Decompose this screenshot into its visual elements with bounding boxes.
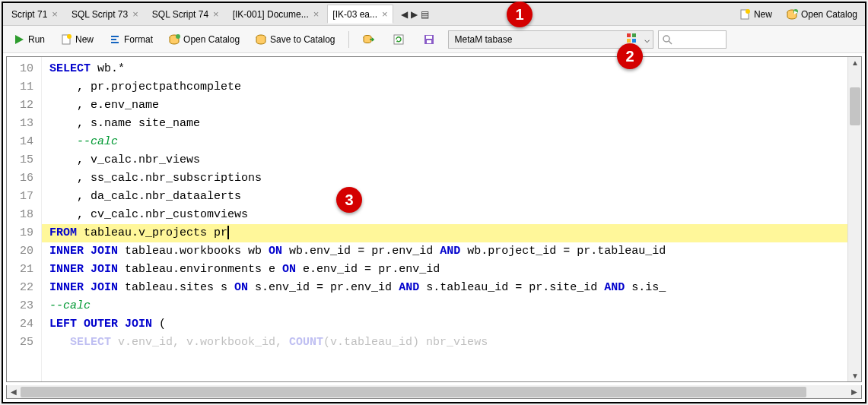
new-button[interactable]: New [55, 30, 99, 49]
open-catalog-button[interactable]: Open Catalog [163, 30, 245, 49]
code-line[interactable]: --calc [42, 297, 847, 315]
code-line[interactable]: , e.env_name [42, 97, 847, 115]
annotation-pin-1: 1 [507, 2, 533, 27]
code-line[interactable]: , pr.projectpathcomplete [42, 78, 847, 97]
code-line[interactable]: SELECT v.env_id, v.workbook_id, COUNT(v.… [42, 334, 847, 352]
label: Open Catalog [183, 34, 240, 45]
line-number: 17 [7, 188, 41, 206]
line-number: 18 [7, 206, 41, 224]
svg-point-12 [176, 34, 180, 39]
scroll-down-icon[interactable]: ▼ [851, 372, 859, 380]
label: Format [124, 34, 153, 45]
line-number: 21 [7, 261, 41, 279]
svg-line-25 [669, 41, 672, 44]
line-number: 20 [7, 242, 41, 261]
run-button[interactable]: Run [8, 30, 50, 49]
horizontal-scrollbar[interactable]: ◀ ▶ [6, 385, 862, 399]
catalog-open-icon [168, 33, 180, 46]
svg-rect-18 [426, 36, 432, 39]
svg-text:▶: ▶ [794, 10, 798, 14]
tab-ik-001[interactable]: [IK-001] Docume... × [227, 5, 325, 24]
save-to-catalog-button[interactable]: Save to Catalog [250, 30, 340, 49]
save-icon [423, 33, 435, 46]
scroll-right-icon[interactable]: ▶ [847, 388, 861, 396]
combo-text: MetaM tabase [452, 34, 623, 45]
line-number-gutter: 10111213141516171819202122232425 [7, 57, 42, 381]
search-icon [662, 34, 672, 45]
tab-list-icon[interactable]: ▤ [421, 9, 429, 20]
run-icon [13, 33, 25, 46]
scroll-left-icon[interactable]: ◀ [7, 388, 21, 396]
line-number: 11 [7, 78, 41, 97]
vertical-scrollbar[interactable]: ▲ ▼ [847, 57, 861, 381]
tab-close-icon[interactable]: × [52, 8, 58, 20]
label: Open Catalog [801, 9, 857, 20]
svg-point-7 [67, 34, 72, 39]
code-line[interactable]: SELECT wb.* [42, 60, 847, 78]
tab-sql-script-73[interactable]: SQL Script 73 × [66, 5, 144, 24]
export-icon [362, 33, 374, 46]
label: Save to Catalog [270, 34, 335, 45]
line-number: 16 [7, 169, 41, 188]
format-button[interactable]: Format [103, 30, 158, 49]
annotation-pin-2: 2 [617, 43, 643, 69]
search-box[interactable] [658, 30, 727, 49]
refresh-button[interactable] [387, 30, 413, 49]
line-number: 25 [7, 334, 41, 352]
label: New [754, 9, 772, 20]
tab-close-icon[interactable]: × [213, 8, 219, 20]
tab-ik-03-active[interactable]: [IK-03 ea... × [327, 5, 393, 24]
search-input[interactable] [672, 34, 718, 45]
line-number: 10 [7, 60, 41, 78]
line-number: 24 [7, 315, 41, 334]
tab-close-icon[interactable]: × [313, 8, 320, 20]
svg-rect-19 [427, 40, 431, 43]
tab-close-icon[interactable]: × [132, 8, 138, 20]
export-button[interactable] [357, 30, 383, 49]
tab-script-71[interactable]: Script 71 × [6, 5, 63, 24]
code-line[interactable]: LEFT OUTER JOIN ( [42, 315, 847, 334]
tab-label: SQL Script 73 [72, 9, 128, 20]
code-line[interactable]: , ss_calc.nbr_subscriptions [42, 169, 847, 188]
catalog-icon: ▶ [786, 8, 798, 21]
tab-sql-script-74[interactable]: SQL Script 74 × [147, 5, 224, 24]
line-number: 23 [7, 297, 41, 315]
svg-rect-21 [632, 33, 636, 37]
code-area[interactable]: SELECT wb.* , pr.projectpathcomplete , e… [42, 57, 847, 381]
code-editor[interactable]: 10111213141516171819202122232425 SELECT … [6, 56, 862, 382]
scroll-thumb[interactable] [21, 387, 806, 397]
code-line[interactable]: INNER JOIN tableau.workbooks wb ON wb.en… [42, 242, 847, 261]
code-line[interactable]: INNER JOIN tableau.environments e ON e.e… [42, 261, 847, 279]
line-number: 13 [7, 115, 41, 133]
tab-close-icon[interactable]: × [382, 8, 388, 20]
svg-point-1 [746, 9, 750, 14]
code-line[interactable]: , v_calc.nbr_views [42, 151, 847, 169]
top-new-button[interactable]: New [734, 7, 777, 22]
line-number: 19 [7, 224, 41, 242]
svg-rect-23 [632, 39, 636, 43]
tab-label: Script 71 [11, 9, 47, 20]
svg-marker-5 [15, 35, 24, 44]
tab-prev-icon[interactable]: ◀ [401, 9, 408, 20]
line-number: 14 [7, 133, 41, 151]
save-button[interactable] [418, 30, 444, 49]
code-line[interactable]: --calc [42, 133, 847, 151]
scroll-thumb[interactable] [850, 87, 860, 125]
annotation-pin-3: 3 [336, 187, 362, 213]
format-icon [109, 33, 121, 46]
new-file-icon [60, 33, 72, 46]
tab-next-icon[interactable]: ▶ [411, 9, 418, 20]
scroll-track[interactable] [21, 387, 847, 397]
code-line[interactable]: FROM tableau.v_projects pr [42, 224, 847, 242]
code-line[interactable]: , cv_calc.nbr_customviews [42, 206, 847, 224]
tab-label: [IK-03 ea... [332, 9, 377, 20]
code-line[interactable]: , s.name site_name [42, 115, 847, 133]
scroll-up-icon[interactable]: ▲ [851, 59, 859, 67]
code-line[interactable]: , da_calc.nbr_dataalerts [42, 188, 847, 206]
separator [348, 31, 349, 48]
tab-strip: Script 71 × SQL Script 73 × SQL Script 7… [3, 3, 865, 26]
top-open-catalog-button[interactable]: ▶ Open Catalog [781, 7, 862, 22]
svg-point-24 [663, 36, 669, 42]
code-line[interactable]: INNER JOIN tableau.sites s ON s.env_id =… [42, 279, 847, 297]
line-number: 12 [7, 97, 41, 115]
